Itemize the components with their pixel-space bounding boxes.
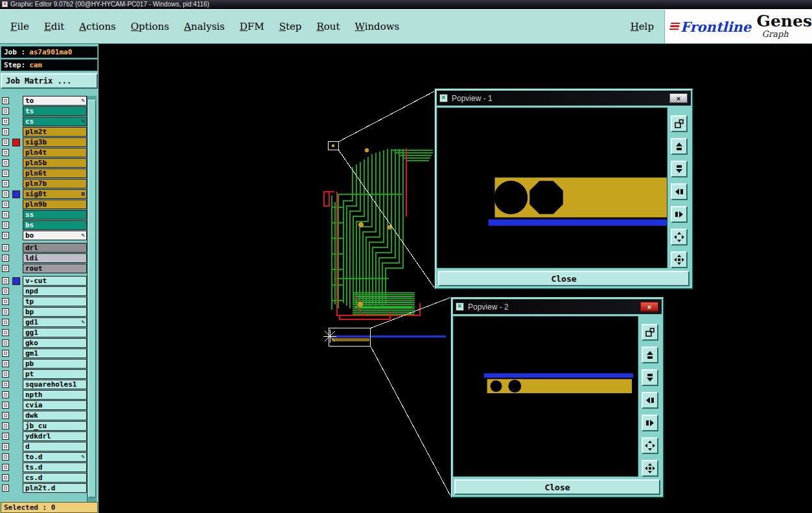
pan-button[interactable] [642,460,658,477]
layer-name[interactable]: pb [23,359,87,369]
layer-checkbox[interactable] [2,453,9,461]
popview-1-titlebar[interactable]: Popview - 1 × [437,91,691,106]
layer-checkbox[interactable] [2,339,9,347]
layer-row[interactable]: pln5b [0,158,87,168]
scroll-right-button[interactable] [642,415,658,431]
layer-checkbox[interactable] [2,433,9,440]
layer-row[interactable]: d [0,442,87,451]
layer-checkbox[interactable] [2,149,9,156]
layer-name[interactable]: cs ✎ [23,117,87,126]
layer-row[interactable]: npth [0,390,87,400]
layer-name[interactable]: cs.d [23,473,87,483]
layer-scrollbar[interactable] [87,96,97,503]
layer-row[interactable]: sig8t ⊞ [0,189,87,199]
layer-name[interactable]: ss [23,210,87,220]
layer-row[interactable]: drl [0,243,87,253]
menu-item[interactable]: Actions [79,21,115,32]
layer-name[interactable]: d [23,442,87,451]
scroll-left-button[interactable] [642,392,658,409]
menu-item[interactable]: DFM [240,21,264,32]
layer-name[interactable]: to.d ✎ [23,452,87,462]
scroll-down-button[interactable] [671,161,688,177]
scroll-up-button[interactable] [671,138,688,155]
layer-row[interactable]: pt [0,369,87,379]
layer-row[interactable]: pln2t [0,127,87,137]
layer-checkbox[interactable] [2,360,9,367]
layer-row[interactable]: bp [0,307,87,317]
layer-row[interactable]: squareholes1 [0,380,87,389]
layer-row[interactable]: ldi [0,253,87,263]
layer-row[interactable]: gko [0,338,87,348]
scroll-left-button[interactable] [671,183,688,200]
expand-button[interactable] [671,229,688,245]
layer-name[interactable]: pln9b [23,200,87,209]
scroll-right-button[interactable] [671,206,688,223]
layer-checkbox[interactable] [2,97,9,104]
layer-name[interactable]: squareholes1 [23,380,87,389]
layer-row[interactable]: tp [0,297,87,306]
layer-checkbox[interactable] [2,443,9,450]
layer-checkbox[interactable] [2,402,9,409]
layer-name[interactable]: v-cut [23,276,87,286]
layer-row[interactable]: gm1 [0,348,87,358]
layer-row[interactable]: pln7b [0,179,87,188]
layer-row[interactable]: v-cut [0,276,87,286]
layer-row[interactable]: bs [0,220,87,230]
layer-name[interactable]: rout [23,264,87,273]
layer-checkbox[interactable] [2,232,9,239]
layer-checkbox[interactable] [2,222,9,229]
layer-checkbox[interactable] [2,128,9,135]
layer-row[interactable]: ts.d [0,462,87,472]
layer-checkbox[interactable] [2,108,9,115]
layer-name[interactable]: bp [23,307,87,317]
layer-name[interactable]: pln7b [23,179,87,188]
layer-name[interactable]: npth [23,390,87,400]
menu-item[interactable]: Step [279,21,302,32]
popview-2-canvas[interactable] [453,316,638,477]
layer-row[interactable]: gd1 ✎ [0,317,87,327]
layer-name[interactable]: gd1 ✎ [23,317,87,327]
layer-name[interactable]: npd [23,286,87,296]
layer-checkbox[interactable] [2,201,9,208]
popview-1-close-icon[interactable]: × [669,93,688,103]
layer-checkbox[interactable] [2,211,9,218]
layer-row[interactable]: dwk [0,411,87,420]
layer-checkbox[interactable] [2,118,9,125]
layer-name[interactable]: gm1 [23,348,87,358]
layer-row[interactable]: pln6t [0,168,87,178]
menu-item[interactable]: Analysis [184,21,225,32]
layer-name[interactable]: pln4t [23,148,87,157]
layer-name[interactable]: gko [23,338,87,348]
scroll-up-button[interactable] [642,347,658,363]
layer-name[interactable]: cvia [23,400,87,410]
layer-row[interactable]: rout [0,264,87,273]
menu-item[interactable]: Rout [316,21,340,32]
layer-row[interactable]: to ✎ [0,96,87,106]
layer-checkbox[interactable] [2,180,9,187]
layer-checkbox[interactable] [2,412,9,419]
layer-name[interactable]: sig8t ⊞ [23,189,87,199]
menu-item[interactable]: Options [131,21,169,32]
layer-name[interactable]: ts.d [23,462,87,472]
layer-name[interactable]: ts [23,106,87,116]
menu-item[interactable]: File [10,21,29,32]
layer-checkbox[interactable] [2,319,9,326]
layer-checkbox[interactable] [2,170,9,177]
layer-checkbox[interactable] [2,288,9,295]
layer-row[interactable]: pln4t [0,148,87,157]
layer-checkbox[interactable] [2,190,9,198]
popview-1-close-button[interactable]: Close [438,271,690,286]
layer-row[interactable]: ydkdrl [0,431,87,441]
layer-checkbox[interactable] [2,484,9,492]
pan-button[interactable] [671,251,688,268]
layer-name[interactable]: dwk [23,411,87,420]
layer-checkbox[interactable] [2,298,9,305]
layer-row[interactable]: cvia [0,400,87,410]
layer-name[interactable]: pln5b [23,158,87,168]
menu-item[interactable]: Edit [44,21,64,32]
layer-row[interactable]: sig3b [0,137,87,147]
layer-checkbox[interactable] [2,350,9,357]
zoom-window-button[interactable] [671,115,688,132]
layer-checkbox[interactable] [2,474,9,481]
layer-row[interactable]: ss [0,210,87,220]
